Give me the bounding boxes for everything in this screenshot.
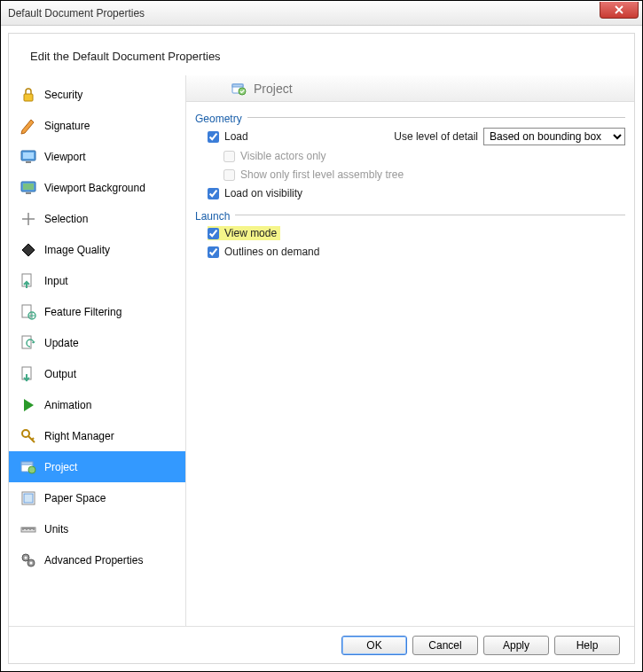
pen-icon: [20, 117, 37, 135]
label-load: Load: [224, 130, 248, 143]
sidebar-item-image-quality[interactable]: Image Quality: [9, 234, 185, 265]
sidebar-item-label: Security: [44, 89, 82, 101]
sidebar-item-output[interactable]: Output: [9, 358, 185, 389]
input-icon: [20, 272, 37, 290]
sidebar-item-right-manager[interactable]: Right Manager: [9, 420, 185, 451]
sidebar-item-label: Paper Space: [44, 492, 106, 504]
key-icon: [20, 427, 37, 445]
sidebar-item-label: Input: [44, 275, 68, 287]
monitor-bg-icon: [20, 179, 37, 197]
sidebar-item-feature-filtering[interactable]: Feature Filtering: [9, 296, 185, 327]
svg-point-12: [22, 430, 29, 437]
panel: Project Geometry Load Use level of detai…: [186, 75, 634, 626]
sidebar-item-label: Signature: [44, 120, 90, 132]
svg-point-20: [25, 556, 27, 559]
titlebar: Default Document Properties: [1, 1, 642, 26]
output-icon: [20, 365, 37, 383]
checkbox-outlines[interactable]: [208, 246, 219, 258]
svg-point-25: [239, 88, 246, 95]
svg-rect-2: [23, 152, 34, 159]
sidebar-item-label: Viewport: [44, 151, 85, 163]
filter-icon: [20, 303, 37, 321]
svg-rect-14: [21, 462, 33, 465]
footer: OK Cancel Apply Help: [9, 626, 634, 663]
sidebar-item-paper-space[interactable]: Paper Space: [9, 482, 185, 513]
select-detail[interactable]: Based on bounding box: [483, 128, 625, 145]
svg-rect-0: [24, 94, 33, 101]
label-visible-only: Visible actors only: [240, 150, 326, 162]
label-detail: Use level of detail: [394, 130, 478, 143]
checkbox-visible-only: [223, 151, 235, 162]
group-launch: Launch: [195, 207, 625, 223]
checkbox-first-level: [223, 169, 235, 181]
sidebar-item-security[interactable]: Security: [9, 79, 185, 110]
diamond-icon: [20, 241, 37, 259]
sidebar-item-project[interactable]: Project: [9, 451, 185, 482]
svg-point-22: [30, 561, 33, 564]
sidebar-item-units[interactable]: Units: [9, 513, 185, 544]
sidebar-item-selection[interactable]: Selection: [9, 203, 185, 234]
checkbox-load-visibility[interactable]: [208, 188, 219, 199]
window-title: Default Document Properties: [8, 7, 145, 20]
cancel-button[interactable]: Cancel: [412, 636, 478, 655]
panel-title: Project: [254, 82, 293, 96]
close-button[interactable]: [600, 2, 639, 19]
highlight-view-mode: View mode: [208, 226, 280, 240]
sidebar-item-animation[interactable]: Animation: [9, 389, 185, 420]
sidebar-item-label: Update: [44, 337, 79, 349]
sidebar-item-label: Feature Filtering: [44, 306, 122, 318]
svg-rect-6: [26, 192, 31, 194]
svg-rect-24: [232, 84, 243, 87]
sidebar-item-label: Output: [44, 368, 76, 380]
sidebar-item-signature[interactable]: Signature: [9, 110, 185, 141]
sidebar-item-viewport[interactable]: Viewport: [9, 141, 185, 172]
update-icon: [20, 334, 37, 352]
label-view-mode: View mode: [224, 227, 277, 239]
sidebar-item-label: Right Manager: [44, 430, 114, 442]
sidebar-item-input[interactable]: Input: [9, 265, 185, 296]
sidebar-item-label: Selection: [44, 213, 88, 225]
svg-point-15: [28, 466, 35, 473]
ruler-icon: [20, 520, 37, 538]
group-geometry: Geometry: [195, 109, 625, 125]
checkbox-view-mode[interactable]: [208, 228, 219, 239]
sidebar-item-label: Units: [44, 523, 68, 535]
ok-button[interactable]: OK: [341, 636, 407, 655]
svg-rect-5: [23, 184, 34, 190]
apply-button[interactable]: Apply: [483, 636, 549, 655]
label-first-level: Show only first level assembly tree: [240, 168, 404, 181]
svg-rect-3: [26, 161, 31, 163]
sidebar-item-label: Advanced Properties: [44, 554, 143, 567]
checkbox-load[interactable]: [208, 131, 219, 143]
sidebar-item-label: Animation: [44, 399, 91, 411]
monitor-icon: [20, 148, 37, 166]
lock-icon: [20, 86, 37, 104]
paper-icon: [20, 489, 37, 507]
sidebar-item-label: Image Quality: [44, 244, 110, 256]
sidebar: SecuritySignatureViewportViewport Backgr…: [9, 75, 186, 626]
sidebar-item-advanced-properties[interactable]: Advanced Properties: [9, 544, 185, 575]
project-icon: [231, 81, 247, 97]
sidebar-item-label: Project: [44, 461, 77, 473]
svg-rect-17: [24, 494, 33, 503]
sidebar-item-label: Viewport Background: [44, 182, 145, 194]
help-button[interactable]: Help: [554, 636, 620, 655]
close-icon: [615, 5, 623, 14]
page-heading: Edit the Default Document Properties: [9, 34, 634, 75]
panel-header: Project: [186, 75, 634, 102]
label-load-visibility: Load on visibility: [224, 187, 302, 199]
plus-icon: [20, 210, 37, 228]
project-icon: [20, 458, 37, 476]
label-outlines: Outlines on demand: [224, 246, 319, 258]
gears-icon: [20, 551, 37, 569]
play-icon: [20, 396, 37, 414]
sidebar-item-update[interactable]: Update: [9, 327, 185, 358]
sidebar-item-viewport-background[interactable]: Viewport Background: [9, 172, 185, 203]
